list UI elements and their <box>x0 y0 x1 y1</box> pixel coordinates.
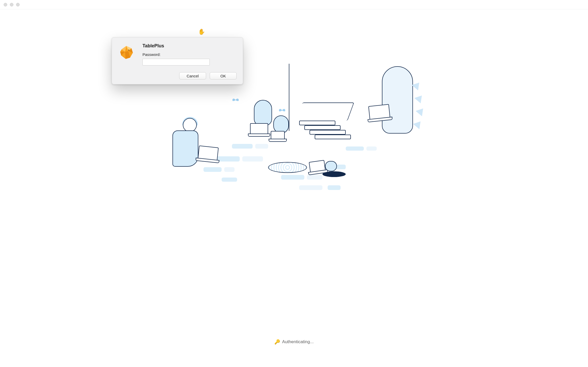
status-text: Authenticating... <box>282 339 314 344</box>
password-dialog: TablePlus Password: Cancel OK <box>112 37 243 84</box>
window-titlebar <box>0 0 588 9</box>
hand-cursor-icon: ✋ <box>198 28 205 35</box>
ok-button[interactable]: OK <box>210 72 237 79</box>
stage: ✋ <box>0 9 588 367</box>
status-bar: 🔑 Authenticating... <box>274 339 314 345</box>
cancel-button[interactable]: Cancel <box>179 72 206 79</box>
password-label: Password: <box>142 52 237 57</box>
key-icon: 🔑 <box>274 339 280 345</box>
password-input[interactable] <box>142 59 210 65</box>
app-icon <box>118 43 140 65</box>
traffic-zoom-icon[interactable] <box>16 3 20 6</box>
dialog-title: TablePlus <box>142 43 237 49</box>
traffic-minimize-icon[interactable] <box>10 3 13 6</box>
traffic-close-icon[interactable] <box>4 3 7 6</box>
svg-point-6 <box>128 49 129 50</box>
